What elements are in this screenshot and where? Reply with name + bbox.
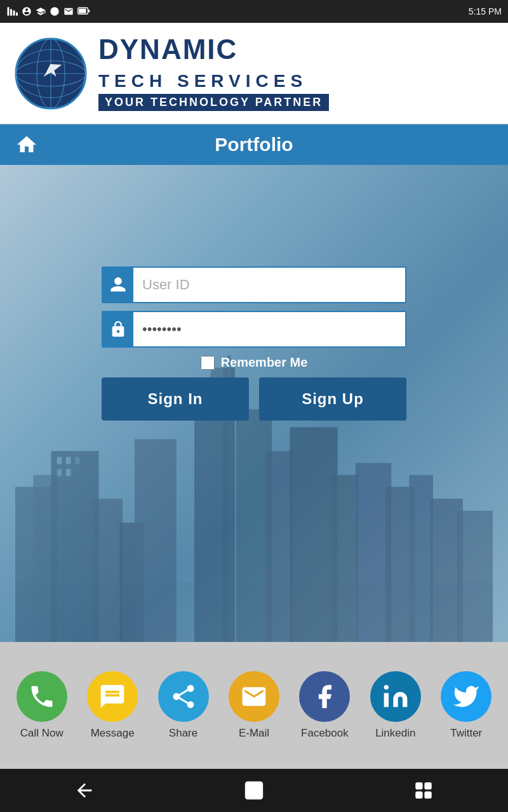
- twitter-label: Twitter: [450, 727, 482, 740]
- logo-text: DYNAMIC TECH SERVICES YOUR TECHNOLOGY PA…: [98, 36, 329, 111]
- svg-rect-37: [409, 475, 433, 642]
- login-form: Remember Me Sign In Sign Up: [102, 266, 406, 421]
- lock-icon: [103, 312, 133, 346]
- facebook-icon: [299, 671, 350, 722]
- svg-rect-34: [331, 475, 358, 642]
- recents-button[interactable]: [413, 780, 434, 801]
- bottom-nav: [0, 769, 508, 812]
- svg-rect-3: [16, 13, 18, 16]
- svg-rect-1: [10, 9, 12, 16]
- signin-button[interactable]: Sign In: [102, 377, 249, 421]
- action-item-share[interactable]: Share: [152, 671, 215, 740]
- home-nav-button[interactable]: [243, 780, 265, 801]
- status-time: 5:15 PM: [469, 6, 502, 16]
- action-item-linkedin[interactable]: Linkedin: [364, 671, 427, 740]
- share-label: Share: [169, 727, 197, 740]
- password-input[interactable]: [133, 321, 405, 337]
- svg-rect-19: [57, 457, 62, 464]
- svg-rect-26: [135, 439, 177, 642]
- status-bar: 5:15 PM: [0, 0, 508, 23]
- remember-checkbox[interactable]: [201, 356, 215, 370]
- nav-title: Portfolio: [43, 134, 465, 155]
- linkedin-label: Linkedin: [375, 727, 415, 740]
- main-content: Remember Me Sign In Sign Up: [0, 165, 508, 642]
- svg-rect-6: [79, 9, 86, 13]
- svg-point-4: [50, 7, 58, 15]
- password-input-row: [102, 311, 406, 348]
- action-bar: Call Now Message Share E-Mail Facebook L…: [0, 642, 508, 769]
- svg-rect-21: [75, 457, 80, 464]
- call-icon: [17, 671, 67, 722]
- userid-input[interactable]: [133, 277, 405, 293]
- svg-rect-23: [66, 469, 71, 476]
- message-label: Message: [91, 727, 135, 740]
- logo-title: DYNAMIC TECH SERVICES: [98, 36, 329, 91]
- remember-label: Remember Me: [221, 355, 308, 370]
- svg-rect-43: [425, 783, 431, 789]
- svg-rect-45: [425, 792, 431, 798]
- svg-rect-2: [13, 11, 15, 16]
- nav-bar: Portfolio: [0, 124, 508, 165]
- email-icon: [229, 671, 279, 722]
- facebook-label: Facebook: [301, 727, 349, 740]
- svg-rect-42: [416, 783, 422, 789]
- back-button[interactable]: [74, 780, 95, 801]
- call-label: Call Now: [20, 727, 64, 740]
- button-row: Sign In Sign Up: [102, 377, 406, 421]
- header-logo: DYNAMIC TECH SERVICES YOUR TECHNOLOGY PA…: [0, 23, 508, 124]
- svg-rect-22: [57, 469, 62, 476]
- signup-button[interactable]: Sign Up: [259, 377, 406, 421]
- action-item-email[interactable]: E-Mail: [222, 671, 286, 740]
- svg-rect-32: [266, 451, 293, 642]
- svg-rect-20: [66, 457, 71, 464]
- svg-rect-7: [88, 10, 90, 12]
- status-icons: [6, 6, 90, 17]
- logo-tagline: YOUR TECHNOLOGY PARTNER: [98, 94, 329, 111]
- home-button[interactable]: [10, 128, 43, 161]
- svg-rect-33: [290, 428, 337, 642]
- svg-rect-27: [194, 391, 227, 642]
- svg-rect-24: [93, 499, 123, 642]
- twitter-icon: [441, 671, 491, 722]
- action-item-call[interactable]: Call Now: [10, 671, 74, 740]
- svg-rect-44: [416, 792, 422, 798]
- action-item-message[interactable]: Message: [81, 671, 144, 740]
- svg-rect-41: [246, 782, 262, 799]
- message-icon: [87, 671, 138, 722]
- userid-input-row: [102, 266, 406, 303]
- svg-rect-39: [457, 511, 493, 642]
- svg-rect-18: [51, 451, 98, 642]
- user-icon: [103, 268, 133, 302]
- remember-me-row: Remember Me: [201, 355, 308, 370]
- svg-point-40: [384, 685, 388, 690]
- svg-rect-0: [8, 7, 10, 16]
- action-item-twitter[interactable]: Twitter: [434, 671, 498, 740]
- linkedin-icon: [370, 671, 421, 722]
- share-icon: [158, 671, 209, 722]
- logo-globe-icon: [13, 36, 89, 112]
- email-label: E-Mail: [239, 727, 269, 740]
- action-item-facebook[interactable]: Facebook: [293, 671, 356, 740]
